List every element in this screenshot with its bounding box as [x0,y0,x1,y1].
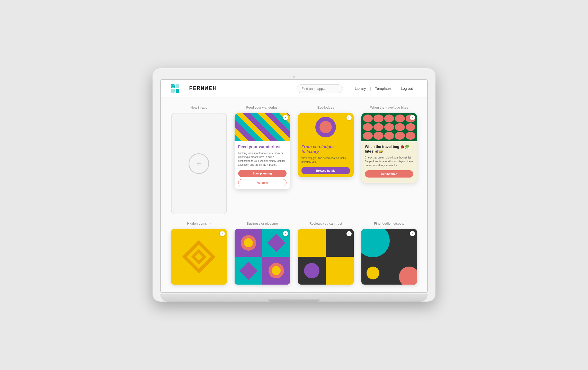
business-label: Business or pleasure [247,222,278,225]
foodie-close-btn[interactable]: × [410,231,415,236]
app-header: FERNWEH Library | Templates | Log out [161,80,427,98]
nav-logout[interactable]: Log out [397,86,417,91]
main-nav: Library | Templates | Log out [351,86,417,91]
ecolodges-body: From eco-lodgesto luxury We'll help you … [298,141,354,177]
laptop-base [160,294,428,302]
new-inapp-card[interactable]: + [171,113,227,214]
dot11 [363,132,373,140]
dot3 [384,114,394,122]
dot1 [363,114,373,122]
camera-dot [293,76,295,78]
fernweh-logo-icon [171,84,179,93]
ecolodges-label: Eco-lodges [317,105,334,109]
wanderlust-section: Feed your wanderlust × Feed your wanderl… [235,105,290,214]
nav-templates[interactable]: Templates [371,86,396,91]
ecolodges-browse-btn[interactable]: Browse hotels [301,167,350,174]
dot4 [395,114,405,122]
travelbug-image [361,113,417,141]
travelbug-close-btn[interactable]: × [410,115,415,120]
reviews-section: Reviews you can trust × [298,222,354,285]
wanderlust-close-btn[interactable]: × [283,115,288,120]
dot2 [373,114,384,122]
new-inapp-section: New in-app + [171,105,227,214]
foodie-label: Find foodie hotspots [374,222,404,225]
app-content: New in-app + Feed your wanderlust × F [161,98,427,292]
rev-circle [304,263,319,278]
dot8 [384,123,394,131]
travelbug-label: When the travel bug bites [370,105,408,109]
ecolodges-card: × From eco-lodgesto luxury We'll help yo… [298,113,354,177]
dot7 [373,123,384,131]
biz-quadrant1 [235,229,262,257]
search-input[interactable] [297,84,343,93]
foodie-pink-circle [399,267,417,285]
eco-inner-circle [319,121,332,133]
wanderlust-card: × Feed your wanderlust Looking for a spo… [235,113,290,189]
laptop-screen: FERNWEH Library | Templates | Log out Ne… [160,79,428,293]
rev-quadrant4 [326,257,353,285]
dot9 [395,123,405,131]
travelbug-section: When the travel bug bites × [361,105,417,214]
logo-area: FERNWEH [171,84,216,93]
wanderlust-image [235,113,290,141]
plus-icon: + [196,158,202,169]
dot6 [363,123,373,131]
business-close-btn[interactable]: × [283,231,288,236]
wanderlust-title: Feed your wanderlust [238,144,287,149]
travelbug-title: When the travel bug 🐞🌿 bites 🦋🐝 [365,144,414,154]
wanderlust-text: Looking for a spontaneous city break or … [238,151,287,167]
dot15 [406,132,416,140]
rev-quadrant1 [298,229,326,257]
wanderlust-label: Feed your wanderlust [246,105,278,109]
dot14 [395,132,405,140]
ecolodges-close-btn[interactable]: × [346,115,352,120]
gems-svg [180,237,218,276]
svg-rect-5 [176,89,179,93]
eco-outer-circle [315,117,336,137]
cards-grid-row1: New in-app + Feed your wanderlust × F [171,105,417,214]
laptop-frame: FERNWEH Library | Templates | Log out Ne… [153,68,435,302]
ecolodges-text: We'll help you find accomodation that's … [301,156,350,164]
foodie-section: Find foodie hotspots × [361,222,417,285]
hiddengems-label: Hidden gems ; ) [187,222,211,225]
hiddengems-section: Hidden gems ; ) × [171,222,227,285]
travelbug-card: × [361,113,417,183]
plus-circle: + [189,153,209,174]
reviews-card: × [298,229,354,285]
foodie-yellow-circle [367,267,379,279]
travelbug-text: Check that dream trip off your bucket li… [365,156,414,167]
svg-rect-4 [171,89,175,93]
travelbug-inspired-btn[interactable]: Get inspired [365,170,414,178]
foodie-teal-circle [361,229,390,257]
business-section: Business or pleasure × [235,222,290,285]
foodie-card: × [361,229,417,285]
gems-visual [171,229,227,285]
wanderlust-notnow-btn[interactable]: Not now [238,179,287,186]
hiddengems-card: × [171,229,227,285]
dot13 [384,132,394,140]
wanderlust-start-btn[interactable]: Start planning [238,170,287,177]
reviews-close-btn[interactable]: × [346,231,352,236]
dot10 [406,123,416,131]
svg-rect-3 [176,84,179,88]
biz-quadrant4 [262,257,290,285]
hiddengems-close-btn[interactable]: × [220,231,225,236]
dot12 [373,132,384,140]
new-inapp-label: New in-app [190,105,207,109]
reviews-label: Reviews you can trust [309,222,342,225]
rev-quadrant3 [298,257,326,285]
app-title: FERNWEH [189,85,216,92]
biz-quadrant3 [235,257,262,285]
ecolodges-title: From eco-lodgesto luxury [301,144,350,154]
cards-grid-row2: Hidden gems ; ) × [171,222,417,285]
ecolodges-image [298,113,354,141]
ecolodges-section: Eco-lodges × From eco-lodgesto luxury We… [298,105,354,214]
logo-divider [184,85,184,92]
wanderlust-body: Feed your wanderlust Looking for a spont… [235,141,290,189]
travelbug-body: When the travel bug 🐞🌿 bites 🦋🐝 Check th… [361,141,417,183]
nav-library[interactable]: Library [351,86,370,91]
business-card: × [235,229,290,285]
svg-rect-2 [172,85,174,87]
